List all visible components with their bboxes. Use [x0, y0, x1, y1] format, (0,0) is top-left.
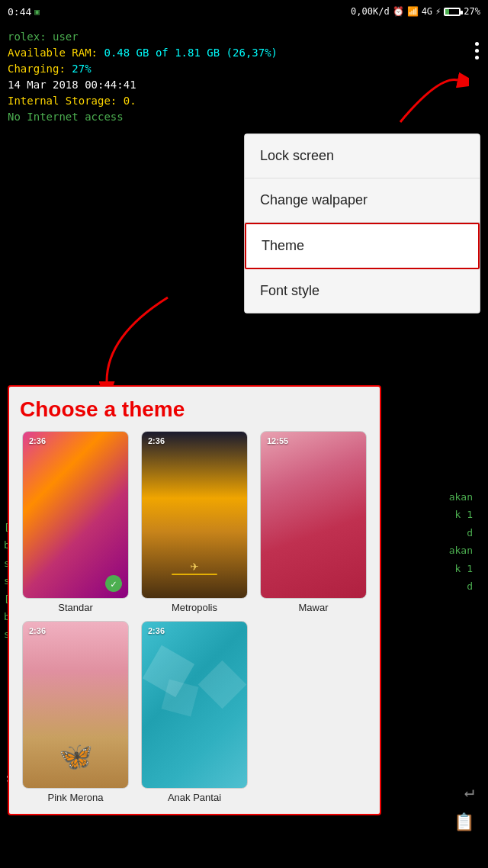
theme-label-mawar: Mawar [298, 602, 328, 613]
br-line1: akan [449, 491, 473, 503]
alarm-icon: ⏰ [393, 6, 404, 17]
theme-panel: Choose a theme 2:36 ✓ Standar 2:36 ✈ Met… [8, 385, 381, 815]
check-badge-standar: ✓ [105, 575, 122, 592]
clipboard-icon[interactable]: 📋 [454, 812, 474, 831]
theme-label-anakpantai: Anak Pantai [168, 792, 221, 803]
br-line2: k 1 [455, 509, 473, 520]
arrow-to-menu [393, 69, 469, 130]
battery-percent: 27% [464, 6, 480, 17]
theme-panel-title: Choose a theme [20, 397, 369, 422]
battery-icon [444, 8, 461, 16]
theme-time-mawar: 12:55 [267, 436, 288, 445]
status-right: 0,00K/d ⏰ 📶 4G ⚡ 27% [351, 6, 480, 17]
network-type: 4G [422, 6, 432, 17]
bottom-right-terminal: akan k 1 d akan k 1 d [449, 488, 473, 595]
theme-time-standar: 2:36 [29, 436, 46, 445]
status-left: 0:44 ▣ [8, 6, 40, 18]
charging-value: 27% [72, 63, 91, 75]
br-line4: akan [449, 545, 473, 556]
menu-lock-screen[interactable]: Lock screen [245, 134, 480, 178]
internet-status: No Internet access [8, 111, 124, 123]
signal-icon: 📶 [407, 6, 419, 17]
dot-1 [475, 42, 479, 46]
notification-icon: ▣ [34, 7, 40, 17]
theme-label-pinkmerona: Pink Merona [48, 792, 104, 803]
br-line3: d [467, 527, 473, 538]
ram-label: Available RAM: [8, 47, 98, 59]
ram-data: 0.48 GB of 1.81 GB (26,37%) [104, 47, 278, 59]
enter-key-icon: ↵ [464, 782, 474, 801]
theme-thumb-mawar: 12:55 [260, 431, 367, 599]
menu-change-wallpaper[interactable]: Change walpaper [245, 178, 480, 223]
menu-font-style[interactable]: Font style [245, 269, 480, 313]
theme-time-pinkmerona: 2:36 [29, 626, 46, 635]
br-line5: k 1 [455, 563, 473, 574]
theme-thumb-anakpantai: 2:36 [141, 621, 248, 789]
theme-item-pinkmerona[interactable]: 2:36 🦋 Pink Merona [20, 621, 131, 803]
datetime: 14 Mar 2018 00:44:41 [8, 79, 136, 91]
theme-item-anakpantai[interactable]: 2:36 Anak Pantai [139, 621, 250, 803]
theme-grid: 2:36 ✓ Standar 2:36 ✈ Metropolis 12:55 M… [20, 431, 369, 803]
br-line6: d [467, 580, 473, 592]
theme-thumb-metropolis: 2:36 ✈ [141, 431, 248, 599]
charging-label: Charging: [8, 63, 66, 75]
network-speed: 0,00K/d [351, 6, 390, 17]
theme-thumb-standar: 2:36 ✓ [22, 431, 129, 599]
menu-theme[interactable]: Theme [245, 223, 480, 269]
theme-thumb-pinkmerona: 2:36 🦋 [22, 621, 129, 789]
status-bar: 0:44 ▣ 0,00K/d ⏰ 📶 4G ⚡ 27% [0, 0, 488, 23]
time: 0:44 [8, 6, 31, 18]
theme-label-standar: Standar [58, 602, 93, 613]
theme-item-metropolis[interactable]: 2:36 ✈ Metropolis [139, 431, 250, 613]
terminal-line-1: rolex: user [8, 29, 480, 45]
terminal-line-2: Available RAM: 0.48 GB of 1.81 GB (26,37… [8, 45, 480, 61]
theme-item-standar[interactable]: 2:36 ✓ Standar [20, 431, 131, 613]
dot-3 [475, 56, 479, 59]
theme-label-metropolis: Metropolis [172, 602, 217, 613]
dropdown-menu: Lock screen Change walpaper Theme Font s… [244, 133, 480, 313]
arrow-to-panel [46, 290, 198, 397]
dot-2 [475, 49, 479, 53]
storage-label: Internal Storage: 0. [8, 95, 136, 107]
three-dots-menu[interactable] [475, 42, 479, 59]
username: rolex: user [8, 31, 79, 43]
bolt-icon: ⚡ [435, 6, 441, 17]
theme-time-anakpantai: 2:36 [148, 626, 165, 635]
theme-item-mawar[interactable]: 12:55 Mawar [258, 431, 369, 613]
theme-time-metropolis: 2:36 [148, 436, 165, 445]
